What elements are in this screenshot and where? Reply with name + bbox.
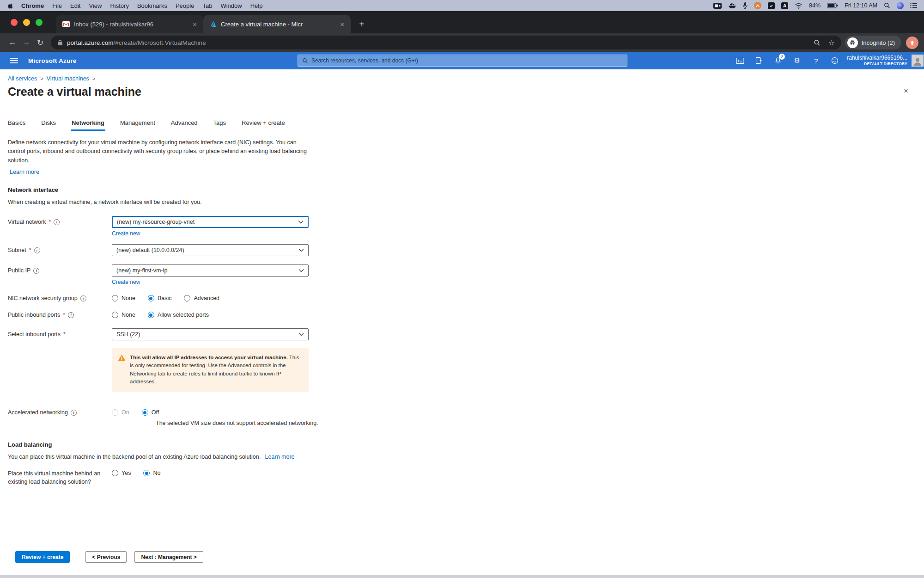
tab-disks[interactable]: Disks xyxy=(41,119,56,131)
wifi-icon[interactable] xyxy=(795,3,802,9)
subnet-dropdown[interactable]: (new) default (10.0.0.0/24) xyxy=(112,244,309,256)
siri-icon[interactable] xyxy=(897,2,904,9)
azure-search-box[interactable] xyxy=(298,55,627,67)
accelerated-networking-note: The selected VM size does not support ac… xyxy=(156,420,924,426)
cloud-shell-icon[interactable] xyxy=(736,56,745,65)
menu-file[interactable]: File xyxy=(48,2,66,9)
info-icon[interactable]: i xyxy=(71,410,77,416)
menubar-clock[interactable]: Fri 12:10 AM xyxy=(845,2,877,9)
radio-selected-icon[interactable] xyxy=(142,409,148,416)
browser-update-icon[interactable] xyxy=(906,37,918,49)
radio-selected-icon[interactable] xyxy=(143,470,150,476)
tab-basics[interactable]: Basics xyxy=(8,119,25,131)
menu-edit[interactable]: Edit xyxy=(66,2,85,9)
address-bar[interactable]: portal.azure.com/#create/Microsoft.Virtu… xyxy=(51,36,841,49)
tab-azure-create-vm[interactable]: Create a virtual machine - Micr × xyxy=(203,15,351,33)
menu-view[interactable]: View xyxy=(85,2,106,9)
radio-nic-nsg-none[interactable]: None xyxy=(112,295,135,301)
radio-nic-nsg-advanced[interactable]: Advanced xyxy=(184,295,219,301)
window-close-button[interactable] xyxy=(11,19,18,26)
a-app-icon[interactable]: A xyxy=(781,2,788,9)
tab-management[interactable]: Management xyxy=(120,119,155,131)
tab-review-create[interactable]: Review + create xyxy=(242,119,285,131)
radio-lb-no[interactable]: No xyxy=(143,470,160,476)
menu-people[interactable]: People xyxy=(171,2,198,9)
next-management-button[interactable]: Next : Management > xyxy=(134,551,203,563)
docker-icon[interactable] xyxy=(728,2,736,9)
review-create-button[interactable]: Review + create xyxy=(15,551,70,563)
incognito-badge[interactable]: Incognito (2) xyxy=(845,36,901,49)
intro-learn-more-link[interactable]: Learn more xyxy=(10,169,39,175)
window-zoom-button[interactable] xyxy=(36,19,43,26)
notifications-bell-icon[interactable]: 2 xyxy=(773,56,783,65)
radio-inbound-allow-selected[interactable]: Allow selected ports xyxy=(148,312,209,318)
tab-gmail-inbox[interactable]: Inbox (529) - rahulshivalkar96 × xyxy=(56,15,203,33)
menu-tab[interactable]: Tab xyxy=(198,2,216,9)
tab-networking[interactable]: Networking xyxy=(72,119,104,131)
load-balancing-question-label: Place this virtual machine behind an exi… xyxy=(8,469,112,486)
azure-brand[interactable]: Microsoft Azure xyxy=(28,57,77,64)
menu-bookmarks[interactable]: Bookmarks xyxy=(133,2,171,9)
radio-accelerated-off[interactable]: Off xyxy=(142,409,159,416)
radio-lb-yes[interactable]: Yes xyxy=(112,470,131,476)
breadcrumb-all-services[interactable]: All services xyxy=(8,75,37,82)
account-info[interactable]: rahulshivalkar9665196... DEFAULT DIRECTO… xyxy=(847,55,907,67)
menu-chrome[interactable]: Chrome xyxy=(17,2,48,9)
forward-icon[interactable]: → xyxy=(19,36,33,49)
warning-bold-text: This will allow all IP addresses to acce… xyxy=(130,355,288,360)
search-input[interactable] xyxy=(311,57,623,64)
bookmark-star-icon[interactable]: ☆ xyxy=(828,38,834,47)
radio-nic-nsg-basic[interactable]: Basic xyxy=(148,295,172,301)
tab-advanced[interactable]: Advanced xyxy=(171,119,198,131)
breadcrumb-virtual-machines[interactable]: Virtual machines xyxy=(47,75,89,82)
shield-check-icon[interactable] xyxy=(768,2,775,9)
previous-button[interactable]: < Previous xyxy=(85,551,127,563)
feedback-smiley-icon[interactable] xyxy=(830,56,839,65)
tab-tags[interactable]: Tags xyxy=(213,119,226,131)
hamburger-menu-icon[interactable] xyxy=(10,58,18,63)
screen-bottom-edge xyxy=(0,575,924,578)
window-controls xyxy=(11,19,43,26)
virtual-network-dropdown[interactable]: (new) my-resource-group-vnet xyxy=(112,216,309,228)
zoom-icon[interactable] xyxy=(814,39,821,46)
select-inbound-ports-dropdown[interactable]: SSH (22) xyxy=(112,328,309,340)
virtual-network-create-new-link[interactable]: Create new xyxy=(112,230,140,237)
radio-selected-icon[interactable] xyxy=(148,295,154,301)
spotlight-icon[interactable] xyxy=(884,2,890,9)
menu-history[interactable]: History xyxy=(106,2,133,9)
menu-window[interactable]: Window xyxy=(216,2,246,9)
radio-inbound-none[interactable]: None xyxy=(112,312,135,318)
screen-record-icon[interactable] xyxy=(713,3,722,9)
account-avatar[interactable] xyxy=(912,55,924,67)
info-icon[interactable]: i xyxy=(54,219,60,225)
public-ip-dropdown[interactable]: (new) my-first-vm-ip xyxy=(112,264,309,277)
microphone-icon[interactable] xyxy=(743,2,748,9)
info-icon[interactable]: i xyxy=(80,295,86,301)
radio-icon[interactable] xyxy=(184,295,190,301)
radio-icon[interactable] xyxy=(112,312,118,318)
info-icon[interactable]: i xyxy=(33,268,39,274)
radio-icon[interactable] xyxy=(112,295,118,301)
orange-app-icon[interactable] xyxy=(754,2,761,9)
radio-icon[interactable] xyxy=(112,470,118,476)
new-tab-button[interactable]: + xyxy=(355,18,368,31)
tab-close-icon[interactable]: × xyxy=(191,20,199,28)
back-icon[interactable]: ← xyxy=(6,36,19,49)
menu-help[interactable]: Help xyxy=(246,2,267,9)
help-icon[interactable]: ? xyxy=(811,56,821,65)
window-minimize-button[interactable] xyxy=(23,19,30,26)
tab-close-icon[interactable]: × xyxy=(338,20,346,28)
close-blade-icon[interactable]: × xyxy=(904,87,908,95)
radio-selected-icon[interactable] xyxy=(148,312,154,318)
info-icon[interactable]: i xyxy=(34,247,40,253)
directory-filter-icon[interactable] xyxy=(754,56,764,65)
load-balancing-learn-more-link[interactable]: Learn more xyxy=(265,454,295,460)
load-balancing-options: Yes No xyxy=(112,470,173,476)
apple-menu-icon[interactable] xyxy=(7,2,13,9)
settings-gear-icon[interactable]: ⚙ xyxy=(792,56,802,65)
public-ip-create-new-link[interactable]: Create new xyxy=(112,279,140,285)
wizard-tabs: Basics Disks Networking Management Advan… xyxy=(8,119,924,131)
info-icon[interactable]: i xyxy=(68,312,74,318)
reload-icon[interactable]: ↻ xyxy=(33,36,47,49)
control-center-icon[interactable] xyxy=(910,3,918,8)
